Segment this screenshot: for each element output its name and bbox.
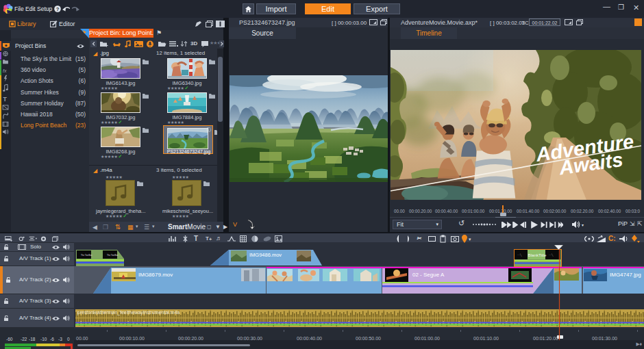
- svg-text:fx: fx: [3, 68, 7, 73]
- svg-text:IMG8679.mov: IMG8679.mov: [138, 272, 173, 278]
- svg-text:?: ?: [56, 6, 60, 12]
- svg-text:02 - Segue A: 02 - Segue A: [412, 272, 445, 278]
- svg-text:⋯╲: ⋯╲: [549, 253, 554, 257]
- svg-text:T: T: [3, 96, 8, 103]
- svg-text:prestonleatherman_feelthewayin: prestonleatherman_feelthewayinstrumental…: [77, 310, 180, 315]
- svg-text:IMG9486.mov: IMG9486.mov: [249, 252, 282, 258]
- svg-text:The TextBox: The TextBox: [81, 254, 92, 257]
- svg-text:The TextBox: The TextBox: [107, 254, 119, 257]
- svg-text:⋯╲: ⋯╲: [517, 253, 522, 257]
- svg-text:BlankTitle: BlankTitle: [528, 253, 547, 257]
- svg-text:IMG4747.jpg: IMG4747.jpg: [610, 272, 641, 278]
